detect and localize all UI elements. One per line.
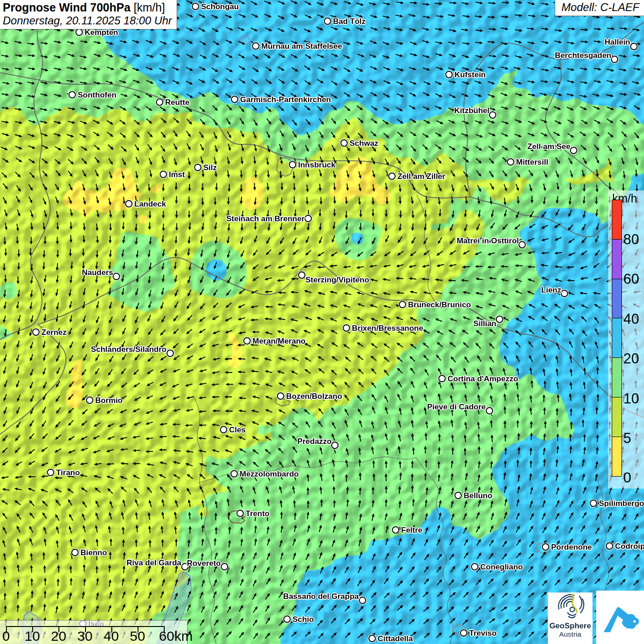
scalebar-label: 0 [2,628,10,644]
legend-tick-label: 20 [623,351,639,367]
geosphere-org-name: GeoSphere [548,622,592,630]
model-label: Modell: C-LAEF [555,0,644,16]
legend-tick-label: 5 [623,430,631,447]
scalebar-label: 40 [104,628,119,644]
geosphere-logo-box: GeoSphere Austria [548,592,592,644]
geosphere-contour-logo-icon [556,592,585,621]
legend-tick-label: 60 [623,271,639,288]
legend-color-segment [612,397,621,437]
legend-tick-label: 0 [623,470,631,486]
title-box: Prognose Wind 700hPa [km/h] Donnerstag, … [0,0,177,29]
legend-tick-label: 40 [623,310,639,327]
title-text: Prognose Wind 700hPa [3,1,131,14]
scalebar-label: 10 [25,628,40,644]
geosphere-country: Austria [548,630,592,638]
mountain-cloud-logo-box [596,591,644,644]
mountain-cloud-icon [600,598,640,637]
legend-color-segment [612,279,621,319]
wind-speed-legend: km/h 806040201050 [608,190,644,489]
forecast-datetime: Donnerstag, 20.11.2025 18:00 Uhr [3,14,172,27]
legend-colorbar [612,200,622,477]
legend-tick-label: 10 [623,390,639,407]
wind-map-canvas [0,0,644,644]
page-title: Prognose Wind 700hPa [km/h] [3,1,172,14]
legend-tick-label: 80 [623,231,639,248]
legend-color-segment [612,358,621,397]
map-scalebar: 0102030405060km [0,620,188,644]
scalebar-label: 30 [77,628,92,644]
legend-color-segment [612,200,621,240]
title-unit: [km/h] [131,1,165,14]
legend-color-segment [612,437,621,476]
legend-color-segment [612,318,621,358]
scalebar-label: 60km [159,628,193,644]
scalebar-label: 50 [130,628,145,644]
scalebar-label: 20 [51,628,66,644]
legend-color-segment [612,240,621,279]
wind-forecast-map-app: SchongauBad TölzKemptenMurnau am Staffel… [0,0,644,644]
